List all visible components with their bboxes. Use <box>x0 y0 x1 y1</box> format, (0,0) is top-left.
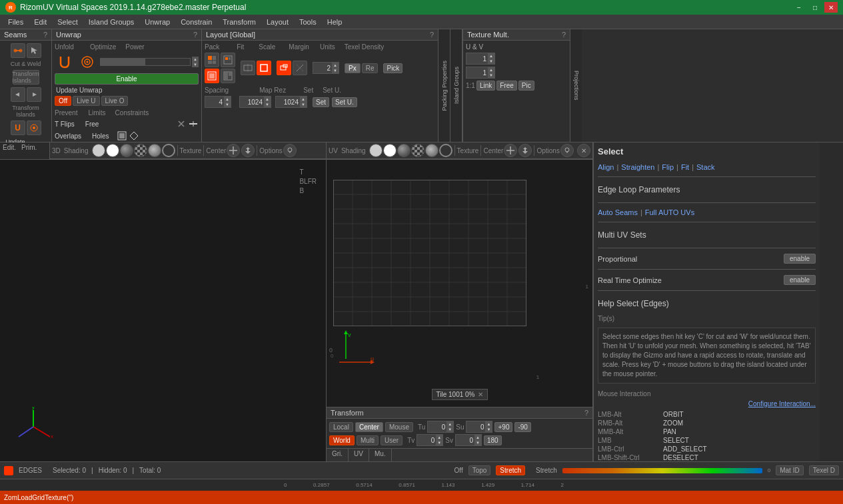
unfold-u-icon[interactable] <box>55 53 75 71</box>
tex-val1-spinbox[interactable]: ▲ ▼ <box>466 53 495 65</box>
viewport-3d[interactable]: T BLFR B y x <box>0 160 326 461</box>
menu-files[interactable]: Files <box>3 17 29 27</box>
rez2-input[interactable] <box>276 98 300 107</box>
spacing-spinbox[interactable]: ▲ ▼ <box>205 96 231 108</box>
free-button[interactable]: Free <box>496 81 517 91</box>
minus90-btn[interactable]: -90 <box>514 422 530 432</box>
unwrap-orange-icon[interactable]: U <box>11 121 25 135</box>
uv-shading-white-icon[interactable] <box>383 144 397 157</box>
uv-center-move-icon[interactable] <box>518 144 532 157</box>
lightbulb-icon[interactable] <box>283 144 297 157</box>
close-button[interactable]: ✕ <box>824 2 838 13</box>
stretch-btn[interactable]: Stretch <box>496 465 525 475</box>
menu-edit[interactable]: Edit <box>29 17 52 27</box>
pack-icon-1[interactable] <box>205 53 219 67</box>
sv-spinbox[interactable]: ▲ ▼ <box>455 434 482 446</box>
menu-island-groups[interactable]: Island Groups <box>83 17 139 27</box>
link-button[interactable]: Link <box>476 81 495 91</box>
configure-link[interactable]: Configure Interaction... <box>598 400 816 407</box>
transform-help[interactable]: ? <box>584 409 588 417</box>
tex-val1-down[interactable]: ▼ <box>488 59 494 64</box>
maximize-button[interactable]: □ <box>808 2 822 13</box>
multi-btn[interactable]: Multi <box>357 435 379 445</box>
tab-mu[interactable]: Mu. <box>369 449 392 461</box>
enable-button[interactable]: Enable <box>55 73 199 85</box>
mouse-btn[interactable]: Mouse <box>385 422 413 432</box>
full-auto-link[interactable]: Full AUTO UVs <box>645 208 694 216</box>
set-btn[interactable]: Set <box>313 97 329 107</box>
uv-shading-solid-icon[interactable] <box>369 144 383 157</box>
plus90-btn[interactable]: +90 <box>494 422 512 432</box>
arrow-tool-1[interactable] <box>11 87 25 102</box>
mat-id-btn[interactable]: Mat ID <box>776 465 803 475</box>
rez-input[interactable] <box>240 98 264 107</box>
rez2-spinbox[interactable]: ▲ ▼ <box>275 96 307 108</box>
viewport-uv[interactable]: 0 v u <box>327 160 592 407</box>
power-up[interactable]: ▲ <box>192 57 199 62</box>
select-icon[interactable] <box>27 43 41 58</box>
proportional-enable-btn[interactable]: enable <box>784 254 816 264</box>
multi-uv-section[interactable]: Multi UV Sets <box>598 230 816 240</box>
spacing-input[interactable] <box>205 98 224 107</box>
menu-select[interactable]: Select <box>52 17 83 27</box>
uv-shading-flat-icon[interactable] <box>425 144 438 157</box>
tab-gri[interactable]: Gri. <box>327 449 349 461</box>
tu-spinbox[interactable]: ▲ ▼ <box>427 421 454 433</box>
menu-unwrap[interactable]: Unwrap <box>139 17 175 27</box>
tex-val1-input[interactable] <box>466 55 488 63</box>
shading-dark-sphere-icon[interactable] <box>120 144 133 157</box>
tex-val2-down[interactable]: ▼ <box>488 73 494 78</box>
arrow-tool-2[interactable] <box>27 87 41 102</box>
menu-tools[interactable]: Tools <box>294 17 322 27</box>
menu-transform[interactable]: Transform <box>217 17 261 27</box>
px-button[interactable]: Px <box>345 63 361 73</box>
live-o-toggle[interactable]: Live O <box>101 96 129 106</box>
tv-down[interactable]: ▼ <box>436 440 442 445</box>
re-button[interactable]: Re <box>362 63 379 73</box>
sv-down[interactable]: ▼ <box>474 440 481 445</box>
shading-checker-icon[interactable] <box>134 144 147 157</box>
pick-button[interactable]: Pick <box>383 63 403 73</box>
tex-val2-up[interactable]: ▲ <box>488 67 494 73</box>
center-move-icon[interactable] <box>241 144 255 157</box>
flip-link[interactable]: Flip <box>662 163 674 171</box>
pack-icon-4[interactable] <box>221 69 235 83</box>
fit-icon-1[interactable] <box>241 61 255 75</box>
cut-weld-icon[interactable] <box>11 43 25 58</box>
center-btn[interactable]: Center <box>355 422 383 432</box>
fit-icon-2[interactable] <box>257 61 271 75</box>
tex-val2-spinbox[interactable]: ▲ ▼ <box>466 67 495 79</box>
tab-uv[interactable]: UV <box>349 449 369 461</box>
power-down[interactable]: ▼ <box>192 62 199 67</box>
shading-white-sphere-icon[interactable] <box>106 144 119 157</box>
spacing-down[interactable]: ▼ <box>224 102 231 107</box>
tv-up[interactable]: ▲ <box>436 435 442 440</box>
shading-solid-icon[interactable] <box>92 144 105 157</box>
uv-shading-sphere-icon[interactable] <box>397 144 411 157</box>
real-time-enable-btn[interactable]: enable <box>784 275 816 285</box>
fit-link[interactable]: Fit <box>681 163 689 171</box>
tex-val2-input[interactable] <box>466 69 488 77</box>
off-toggle[interactable]: Off <box>55 96 71 106</box>
uv-x-button[interactable]: ✕ <box>577 144 590 157</box>
rez-up[interactable]: ▲ <box>264 97 271 102</box>
pack-icon-2[interactable] <box>221 53 235 67</box>
pic-button[interactable]: Pic <box>518 81 534 91</box>
margin-spinbox[interactable]: ▲ ▼ <box>313 62 339 74</box>
target-icon[interactable] <box>27 121 41 135</box>
scale-icon-2[interactable] <box>293 61 307 75</box>
rez2-up[interactable]: ▲ <box>300 97 307 102</box>
auto-seams-link[interactable]: Auto Seams <box>598 208 638 216</box>
menu-constrain[interactable]: Constrain <box>175 17 217 27</box>
margin-up[interactable]: ▲ <box>332 63 339 68</box>
rez-spinbox[interactable]: ▲ ▼ <box>239 96 271 108</box>
user-btn[interactable]: User <box>381 435 403 445</box>
tex-val1-up[interactable]: ▲ <box>488 53 494 59</box>
shading-flat-sphere-icon[interactable] <box>148 144 161 157</box>
uv-lightbulb-icon[interactable] <box>560 144 574 157</box>
rez-down[interactable]: ▼ <box>264 102 271 107</box>
tu-input[interactable] <box>428 423 446 431</box>
tile-close-btn[interactable]: ✕ <box>478 391 483 398</box>
world-btn[interactable]: World <box>329 435 355 445</box>
local-btn[interactable]: Local <box>329 422 353 432</box>
